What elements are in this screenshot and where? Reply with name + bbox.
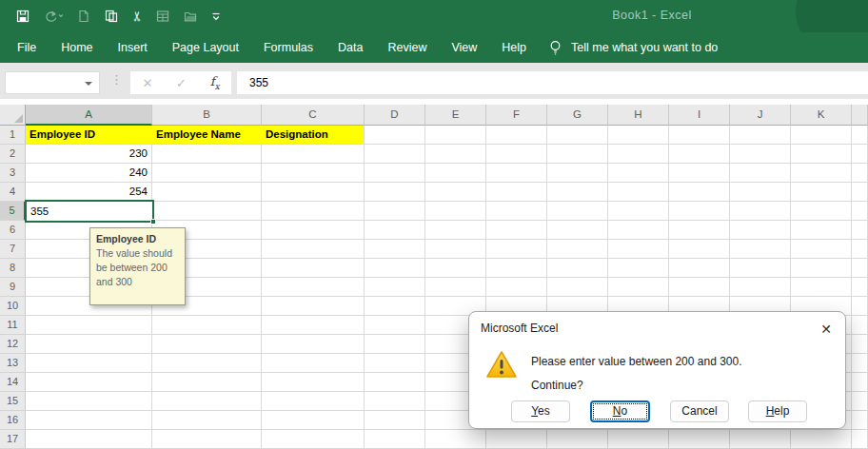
cell-A1[interactable]: Employee ID	[26, 126, 152, 145]
no-button[interactable]: No	[590, 400, 650, 422]
cell-C1[interactable]: Designation	[262, 126, 365, 145]
cell-I8[interactable]	[669, 259, 730, 278]
cancel-icon[interactable]: ✕	[142, 76, 152, 90]
cell-E2[interactable]	[425, 145, 486, 164]
row-header-13[interactable]: 13	[0, 354, 26, 373]
cell-partial-3[interactable]	[852, 164, 868, 183]
cell-F9[interactable]	[486, 278, 547, 297]
column-header-G[interactable]: G	[547, 105, 608, 126]
cell-I3[interactable]	[669, 164, 730, 183]
cell-E3[interactable]	[425, 164, 486, 183]
cell-partial-6[interactable]	[852, 221, 868, 240]
tab-page-layout[interactable]: Page Layout	[160, 41, 251, 54]
fill-handle[interactable]	[150, 219, 156, 224]
cell-C17[interactable]	[262, 430, 365, 449]
cell-D14[interactable]	[365, 373, 425, 392]
new-document-icon[interactable]	[76, 9, 91, 24]
cell-H5[interactable]	[608, 202, 669, 221]
cell-K5[interactable]	[791, 202, 852, 221]
column-header-J[interactable]: J	[730, 105, 791, 126]
cell-partial-8[interactable]	[852, 259, 868, 278]
cell-F7[interactable]	[486, 240, 547, 259]
close-icon[interactable]: ✕	[816, 319, 837, 340]
name-box-dropdown-icon[interactable]	[85, 82, 92, 86]
tab-view[interactable]: View	[439, 41, 489, 54]
name-box[interactable]	[5, 71, 100, 94]
row-header-3[interactable]: 3	[0, 164, 26, 183]
cell-F4[interactable]	[486, 183, 547, 202]
column-header-D[interactable]: D	[365, 105, 425, 126]
cell-F8[interactable]	[486, 259, 547, 278]
cell-K1[interactable]	[791, 126, 852, 145]
column-header-B[interactable]: B	[152, 105, 262, 126]
cell-E6[interactable]	[425, 221, 486, 240]
cell-partial-7[interactable]	[852, 240, 868, 259]
tab-home[interactable]: Home	[49, 41, 105, 54]
customize-toolbar-icon[interactable]	[210, 10, 222, 23]
cell-E5[interactable]	[425, 202, 486, 221]
cell-D3[interactable]	[365, 164, 425, 183]
yes-button[interactable]: Yes	[511, 400, 570, 422]
cell-G5[interactable]	[547, 202, 608, 221]
cell-K17[interactable]	[791, 430, 852, 449]
cell-D9[interactable]	[365, 278, 425, 297]
cell-H3[interactable]	[608, 164, 669, 183]
cell-H8[interactable]	[608, 259, 669, 278]
column-header-A[interactable]: A	[26, 105, 152, 126]
help-button[interactable]: Help	[748, 400, 807, 422]
cell-C7[interactable]	[262, 240, 365, 259]
cell-A3[interactable]: 240	[26, 164, 152, 183]
cell-B15[interactable]	[152, 392, 262, 411]
tab-help[interactable]: Help	[489, 41, 539, 54]
row-header-11[interactable]: 11	[0, 316, 26, 335]
cell-E1[interactable]	[425, 126, 486, 145]
column-header-E[interactable]: E	[425, 105, 486, 126]
cell-I6[interactable]	[669, 221, 730, 240]
cell-J6[interactable]	[730, 221, 791, 240]
cell-G8[interactable]	[547, 259, 608, 278]
cell-E8[interactable]	[425, 259, 486, 278]
row-header-16[interactable]: 16	[0, 411, 26, 430]
cell-I9[interactable]	[669, 278, 730, 297]
cell-J7[interactable]	[730, 240, 791, 259]
insert-function-icon[interactable]: fx	[210, 74, 220, 91]
row-header-12[interactable]: 12	[0, 335, 26, 354]
cell-A11[interactable]	[26, 316, 152, 335]
cell-partial-16[interactable]	[852, 411, 868, 430]
cell-partial-17[interactable]	[852, 430, 868, 449]
row-header-9[interactable]: 9	[0, 278, 26, 297]
cell-C16[interactable]	[262, 411, 365, 430]
cell-H7[interactable]	[608, 240, 669, 259]
row-header-5[interactable]: 5	[0, 202, 26, 221]
cell-C10[interactable]	[262, 297, 365, 316]
column-header-partial[interactable]	[852, 105, 868, 126]
cell-D11[interactable]	[365, 316, 425, 335]
formula-input[interactable]: 355	[237, 71, 868, 94]
tell-me-box[interactable]: Tell me what you want to do	[548, 40, 718, 56]
tab-formulas[interactable]: Formulas	[251, 41, 326, 54]
cell-partial-14[interactable]	[852, 373, 868, 392]
cell-H9[interactable]	[608, 278, 669, 297]
cell-K7[interactable]	[791, 240, 852, 259]
cell-B4[interactable]	[152, 183, 262, 202]
cell-I17[interactable]	[669, 430, 730, 449]
cell-D4[interactable]	[365, 183, 425, 202]
cell-B11[interactable]	[152, 316, 262, 335]
cell-C4[interactable]	[262, 183, 365, 202]
tab-file[interactable]: File	[5, 41, 49, 54]
cell-E4[interactable]	[425, 183, 486, 202]
cell-C14[interactable]	[262, 373, 365, 392]
row-header-2[interactable]: 2	[0, 145, 26, 164]
cell-partial-2[interactable]	[852, 145, 868, 164]
cell-E17[interactable]	[425, 430, 486, 449]
cell-D5[interactable]	[365, 202, 425, 221]
cell-C3[interactable]	[262, 164, 365, 183]
cut-icon[interactable]: ✂	[129, 10, 145, 22]
cell-F5[interactable]	[486, 202, 547, 221]
cell-C6[interactable]	[262, 221, 365, 240]
cell-C12[interactable]	[262, 335, 365, 354]
cell-D1[interactable]	[365, 126, 425, 145]
cell-J17[interactable]	[730, 430, 791, 449]
cell-partial-11[interactable]	[852, 316, 868, 335]
cell-A13[interactable]	[26, 354, 152, 373]
